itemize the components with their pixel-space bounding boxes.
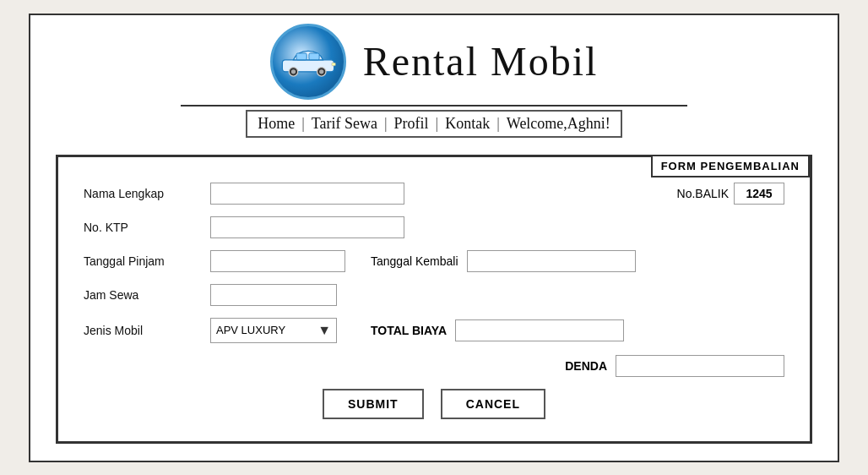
svg-rect-2 bbox=[309, 52, 319, 59]
page-wrapper: Rental Mobil Home | Tarif Sewa | Profil … bbox=[29, 14, 839, 462]
total-biaya-label: TOTAL BIAYA bbox=[371, 324, 447, 337]
tanggal-kembali-label: Tanggal Kembali bbox=[371, 254, 458, 268]
jam-sewa-label: Jam Sewa bbox=[84, 288, 202, 302]
jam-sewa-input[interactable] bbox=[210, 284, 337, 306]
row-nama: Nama Lengkap No.BALIK 1245 bbox=[84, 183, 784, 205]
form-inner: Nama Lengkap No.BALIK 1245 No. KTP Tangg… bbox=[58, 166, 810, 441]
row-ktp: No. KTP bbox=[84, 216, 784, 238]
form-title: FORM PENGEMBALIAN bbox=[651, 156, 810, 177]
form-container: FORM PENGEMBALIAN Nama Lengkap No.BALIK … bbox=[56, 155, 812, 444]
ktp-input[interactable] bbox=[210, 216, 404, 238]
no-balik-group: No.BALIK 1245 bbox=[677, 183, 784, 205]
svg-point-6 bbox=[319, 69, 323, 74]
nav-kontak[interactable]: Kontak bbox=[445, 115, 490, 133]
tanggal-kembali-input[interactable] bbox=[467, 250, 636, 272]
svg-rect-1 bbox=[296, 52, 307, 59]
jenis-mobil-label: Jenis Mobil bbox=[84, 324, 202, 337]
svg-rect-7 bbox=[332, 63, 335, 66]
nav-home[interactable]: Home bbox=[258, 115, 295, 133]
header-divider bbox=[181, 105, 687, 106]
row-jenis: Jenis Mobil APV LUXURY ▼ TOTAL BIAYA bbox=[84, 318, 784, 343]
svg-point-4 bbox=[291, 69, 296, 74]
nav-sep-1: | bbox=[301, 115, 305, 133]
denda-label: DENDA bbox=[565, 359, 607, 373]
ktp-label: No. KTP bbox=[84, 221, 202, 234]
tanggal-pinjam-label: Tanggal Pinjam bbox=[84, 254, 202, 268]
cancel-button[interactable]: CANCEL bbox=[441, 389, 545, 419]
row-jam: Jam Sewa bbox=[84, 284, 784, 306]
page-title: Rental Mobil bbox=[363, 41, 599, 82]
row-denda: DENDA bbox=[84, 355, 784, 377]
nama-label: Nama Lengkap bbox=[84, 187, 202, 200]
no-balik-value: 1245 bbox=[734, 183, 784, 205]
nav-profil[interactable]: Profil bbox=[394, 115, 429, 133]
row-tanggal: Tanggal Pinjam Tanggal Kembali bbox=[84, 250, 784, 272]
no-balik-label: No.BALIK bbox=[677, 187, 729, 200]
denda-input[interactable] bbox=[616, 355, 784, 377]
nama-input[interactable] bbox=[210, 183, 404, 205]
tanggal-pinjam-input[interactable] bbox=[210, 250, 345, 272]
jenis-mobil-value: APV LUXURY bbox=[216, 324, 285, 336]
nav-sep-3: | bbox=[436, 115, 439, 133]
nav-bar: Home | Tarif Sewa | Profil | Kontak | We… bbox=[246, 110, 622, 138]
row-buttons: SUBMIT CANCEL bbox=[84, 389, 784, 419]
nav-welcome: Welcome,Aghni! bbox=[507, 115, 610, 133]
jenis-mobil-dropdown[interactable]: APV LUXURY ▼ bbox=[210, 318, 337, 343]
nav-tarif[interactable]: Tarif Sewa bbox=[312, 115, 377, 133]
header: Rental Mobil Home | Tarif Sewa | Profil … bbox=[47, 24, 821, 148]
header-top: Rental Mobil bbox=[270, 24, 599, 100]
nav-sep-2: | bbox=[384, 115, 388, 133]
logo-icon bbox=[270, 24, 346, 100]
total-biaya-input[interactable] bbox=[455, 319, 624, 341]
submit-button[interactable]: SUBMIT bbox=[323, 389, 424, 419]
nav-sep-4: | bbox=[496, 115, 500, 133]
dropdown-arrow-icon: ▼ bbox=[317, 323, 331, 338]
